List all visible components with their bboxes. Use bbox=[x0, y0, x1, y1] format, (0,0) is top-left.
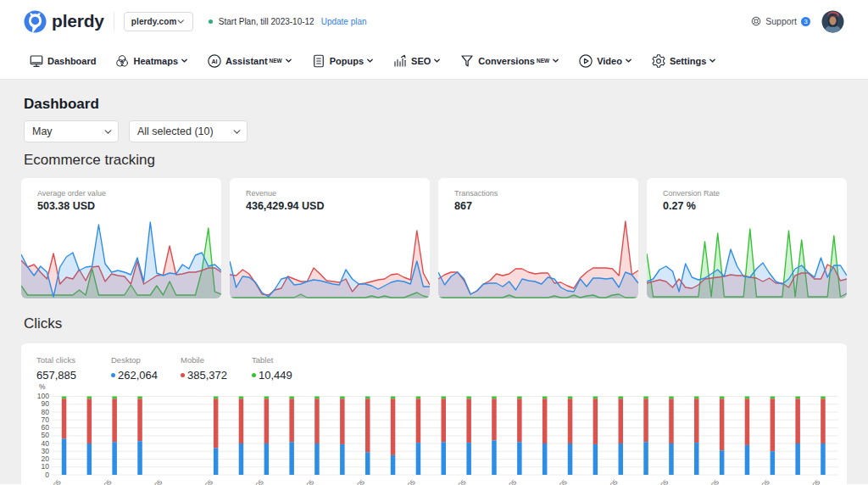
svg-text:AI: AI bbox=[211, 58, 217, 64]
svg-text:25.05: 25.05 bbox=[653, 478, 670, 485]
svg-text:23.05: 23.05 bbox=[602, 478, 620, 485]
svg-text:11.05: 11.05 bbox=[298, 478, 315, 485]
svg-text:09.05: 09.05 bbox=[248, 478, 265, 485]
svg-text:03.05: 03.05 bbox=[96, 478, 114, 485]
svg-text:05.05: 05.05 bbox=[147, 478, 164, 485]
svg-text:07.05: 07.05 bbox=[197, 478, 214, 485]
svg-text:17.05: 17.05 bbox=[450, 478, 468, 485]
svg-text:31.05: 31.05 bbox=[804, 478, 822, 485]
svg-text:29.05: 29.05 bbox=[754, 478, 771, 485]
svg-text:13.05: 13.05 bbox=[349, 478, 367, 485]
svg-text:01.05: 01.05 bbox=[52, 478, 63, 485]
svg-text:21.05: 21.05 bbox=[551, 478, 569, 485]
svg-text:15.05: 15.05 bbox=[399, 478, 417, 485]
svg-text:27.05: 27.05 bbox=[703, 478, 721, 485]
svg-text:19.05: 19.05 bbox=[501, 478, 519, 485]
